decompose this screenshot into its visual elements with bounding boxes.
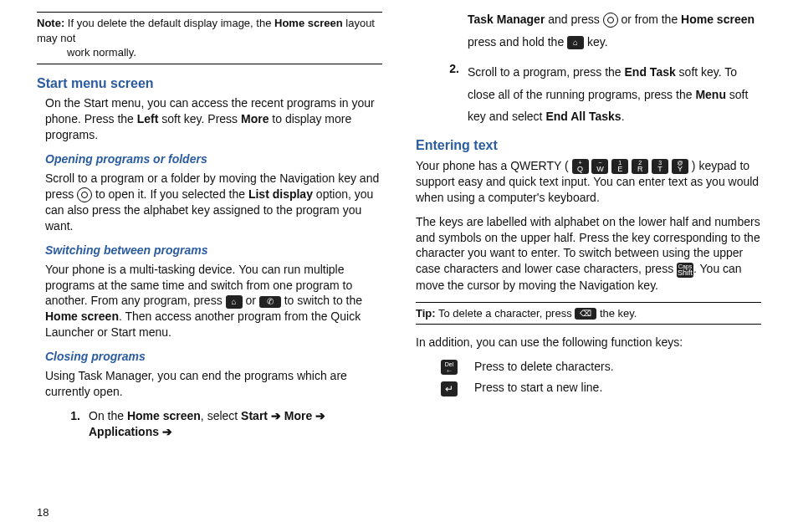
note-box: Note: If you delete the default display … bbox=[37, 12, 382, 64]
function-key-row: ↵ Press to start a new line. bbox=[441, 380, 761, 396]
manual-page: Note: If you delete the default display … bbox=[0, 0, 798, 532]
subheading-closing: Closing programs bbox=[45, 349, 382, 365]
function-key-desc: Press to delete characters. bbox=[474, 359, 761, 375]
note-text: If you delete the default display image,… bbox=[37, 17, 375, 44]
enter-key-icon: ↵ bbox=[441, 380, 474, 396]
subheading-opening: Opening programs or folders bbox=[45, 151, 382, 167]
delete-key-icon: ⌫ bbox=[575, 308, 596, 320]
step-text: Task Manager and press or from the Home … bbox=[468, 8, 761, 53]
ok-key-icon bbox=[603, 13, 618, 28]
paragraph: On the Start menu, you can access the re… bbox=[45, 95, 382, 143]
note-label: Note: bbox=[37, 17, 64, 29]
subheading-switching: Switching between programs bbox=[45, 243, 382, 258]
ok-key-icon bbox=[77, 187, 92, 202]
e-key-icon: 1E bbox=[611, 159, 628, 174]
paragraph: In addition, you can use the following f… bbox=[416, 335, 761, 350]
note-text-line2: work normally. bbox=[67, 45, 382, 60]
r-key-icon: 2R bbox=[632, 159, 648, 174]
tip-box: Tip: To delete a character, press ⌫ the … bbox=[416, 302, 761, 325]
list-item: Task Manager and press or from the Home … bbox=[441, 8, 761, 53]
step-number: 2. bbox=[441, 61, 459, 128]
paragraph: Your phone has a QWERTY ( +Q −W 1E 2R 3T… bbox=[416, 158, 761, 206]
function-key-row: Del← Press to delete characters. bbox=[441, 359, 761, 375]
list-item: 1. On the Home screen, select Start ➔ Mo… bbox=[62, 408, 382, 440]
paragraph: Scroll to a program or a folder by movin… bbox=[45, 171, 382, 234]
step-number: 1. bbox=[62, 408, 80, 440]
paragraph: Your phone is a multi-tasking device. Yo… bbox=[45, 262, 382, 340]
left-column: Note: If you delete the default display … bbox=[37, 8, 382, 515]
w-key-icon: −W bbox=[591, 159, 608, 174]
page-number: 18 bbox=[37, 505, 49, 520]
phone-key-icon: ✆ bbox=[259, 296, 281, 308]
paragraph: The keys are labelled with alphabet on t… bbox=[416, 214, 761, 294]
list-item: 2. Scroll to a program, press the End Ta… bbox=[441, 61, 761, 128]
heading-entering-text: Entering text bbox=[416, 136, 761, 155]
home-key-icon: ⌂ bbox=[226, 295, 243, 309]
caps-shift-key-icon: CapsShift bbox=[677, 263, 693, 278]
del-key-large-icon: Del← bbox=[441, 359, 474, 375]
q-key-icon: +Q bbox=[572, 159, 589, 174]
paragraph: Using Task Manager, you can end the prog… bbox=[45, 368, 382, 400]
function-key-desc: Press to start a new line. bbox=[474, 380, 761, 396]
step-number-blank bbox=[441, 8, 459, 53]
step-text: On the Home screen, select Start ➔ More … bbox=[89, 408, 382, 440]
heading-start-menu: Start menu screen bbox=[37, 74, 382, 93]
tip-label: Tip: bbox=[416, 307, 436, 320]
right-column: Task Manager and press or from the Home … bbox=[416, 8, 761, 515]
y-key-icon: @Y bbox=[672, 159, 688, 174]
ordered-list-cont: Task Manager and press or from the Home … bbox=[441, 8, 761, 128]
ordered-list: 1. On the Home screen, select Start ➔ Mo… bbox=[62, 408, 382, 440]
step-text: Scroll to a program, press the End Task … bbox=[468, 61, 761, 128]
t-key-icon: 3T bbox=[652, 159, 668, 174]
home-key-icon: ⌂ bbox=[567, 36, 584, 49]
